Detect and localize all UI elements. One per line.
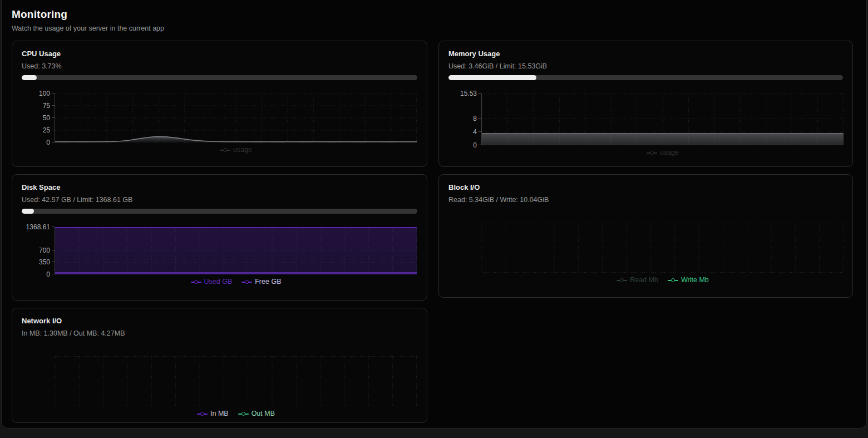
cpu-usage-legend: usage	[55, 146, 417, 154]
cards-grid: CPU Usage Used: 3.73% 0255075100usage Me…	[2, 41, 866, 423]
page-header: Monitoring Watch the usage of your serve…	[2, 0, 866, 32]
memory-card-title: Memory Usage	[448, 50, 843, 58]
cpu-progress-fill	[22, 75, 37, 80]
legend-line-marker-icon	[238, 411, 249, 416]
y-axis-tick-label: 15.53	[460, 90, 477, 97]
network-io-stat: In MB: 1.30MB / Out MB: 4.27MB	[22, 329, 417, 337]
y-axis-labels	[448, 223, 482, 273]
memory-progress-fill	[448, 75, 536, 80]
monitoring-page: Monitoring Watch the usage of your serve…	[1, 0, 867, 429]
legend-item-free-gb[interactable]: Free GB	[241, 278, 281, 286]
legend-item-read-mb[interactable]: Read Mb	[617, 276, 658, 284]
block-io-plot-area[interactable]	[482, 223, 844, 273]
y-axis-labels: 04815.53	[448, 93, 482, 145]
legend-item-usage[interactable]: usage	[220, 146, 252, 154]
legend-item-write-mb[interactable]: Write Mb	[668, 276, 709, 284]
cpu-usage-stat: Used: 3.73%	[22, 62, 417, 70]
disk-space-legend: Used GBFree GB	[55, 278, 417, 286]
legend-item-label: Free GB	[255, 278, 281, 286]
legend-item-label: usage	[233, 146, 252, 154]
legend-line-marker-icon	[647, 150, 657, 155]
legend-line-marker-icon	[241, 279, 252, 284]
legend-line-marker-icon	[191, 279, 201, 284]
y-axis-tick-label: 1368.61	[26, 223, 50, 231]
disk-space-chart[interactable]: 03507001368.61Used GBFree GB	[22, 227, 417, 286]
legend-item-label: Out MB	[251, 410, 275, 418]
y-axis-tick-label: 100	[39, 90, 50, 97]
memory-usage-plot-area[interactable]	[481, 93, 844, 145]
memory-usage-legend: usage	[482, 149, 844, 157]
block-io-card: Block I/O Read: 5.34GiB / Write: 10.04Gi…	[438, 174, 853, 298]
y-axis-tick-label: 8	[473, 115, 477, 122]
legend-item-used-gb[interactable]: Used GB	[191, 278, 233, 286]
y-axis-tick-label: 4	[473, 128, 477, 136]
y-axis-tick-label: 0	[46, 139, 50, 146]
y-axis-tick-label: 700	[39, 247, 50, 254]
network-io-card-title: Network I/O	[22, 317, 417, 325]
memory-progress-track	[448, 75, 843, 80]
legend-item-label: In MB	[210, 410, 229, 418]
network-io-chart[interactable]: In MBOut MB	[22, 356, 417, 418]
disk-card-title: Disk Space	[22, 183, 417, 191]
disk-space-plot-area[interactable]	[55, 227, 417, 274]
memory-usage-card: Memory Usage Used: 3.46GiB / Limit: 15.5…	[438, 41, 853, 167]
cpu-usage-plot-area[interactable]	[55, 93, 417, 142]
page-subtitle: Watch the usage of your server in the cu…	[12, 24, 866, 32]
legend-item-out-mb[interactable]: Out MB	[238, 410, 275, 418]
y-axis-tick-label: 25	[43, 126, 50, 134]
legend-item-usage[interactable]: usage	[647, 149, 679, 157]
legend-item-label: Used GB	[204, 278, 233, 286]
block-io-card-title: Block I/O	[448, 183, 843, 191]
cpu-usage-chart[interactable]: 0255075100usage	[22, 93, 417, 154]
y-axis-tick-label: 0	[473, 141, 477, 149]
legend-line-marker-icon	[668, 278, 678, 283]
disk-space-card: Disk Space Used: 42.57 GB / Limit: 1368.…	[12, 174, 427, 301]
page-title: Monitoring	[12, 8, 866, 21]
cpu-card-title: CPU Usage	[22, 50, 417, 58]
cpu-progress-track	[22, 75, 417, 80]
y-axis-labels: 0255075100	[22, 93, 55, 142]
legend-item-in-mb[interactable]: In MB	[197, 410, 229, 418]
block-io-legend: Read MbWrite Mb	[482, 276, 844, 284]
block-io-stat: Read: 5.34GiB / Write: 10.04GiB	[448, 196, 843, 204]
legend-item-label: Write Mb	[681, 276, 709, 284]
y-axis-tick-label: 75	[43, 102, 50, 110]
memory-usage-stat: Used: 3.46GiB / Limit: 15.53GiB	[448, 62, 843, 70]
y-axis-labels: 03507001368.61	[22, 227, 55, 274]
legend-line-marker-icon	[617, 278, 627, 283]
legend-item-label: Read Mb	[630, 276, 658, 284]
network-io-card: Network I/O In MB: 1.30MB / Out MB: 4.27…	[12, 308, 427, 423]
block-io-chart[interactable]: Read MbWrite Mb	[448, 223, 843, 284]
legend-item-label: usage	[660, 149, 679, 157]
disk-progress-fill	[22, 209, 34, 214]
legend-line-marker-icon	[197, 411, 208, 416]
disk-progress-track	[22, 209, 417, 214]
network-io-legend: In MBOut MB	[55, 410, 417, 418]
network-io-plot-area[interactable]	[55, 356, 417, 406]
memory-usage-chart[interactable]: 04815.53usage	[448, 93, 843, 157]
y-axis-tick-label: 350	[39, 258, 50, 266]
y-axis-labels	[22, 356, 55, 406]
y-axis-tick-label: 50	[43, 114, 50, 122]
disk-space-stat: Used: 42.57 GB / Limit: 1368.61 GB	[22, 196, 417, 204]
cpu-usage-card: CPU Usage Used: 3.73% 0255075100usage	[12, 41, 427, 167]
y-axis-tick-label: 0	[46, 270, 50, 278]
legend-line-marker-icon	[220, 147, 230, 152]
